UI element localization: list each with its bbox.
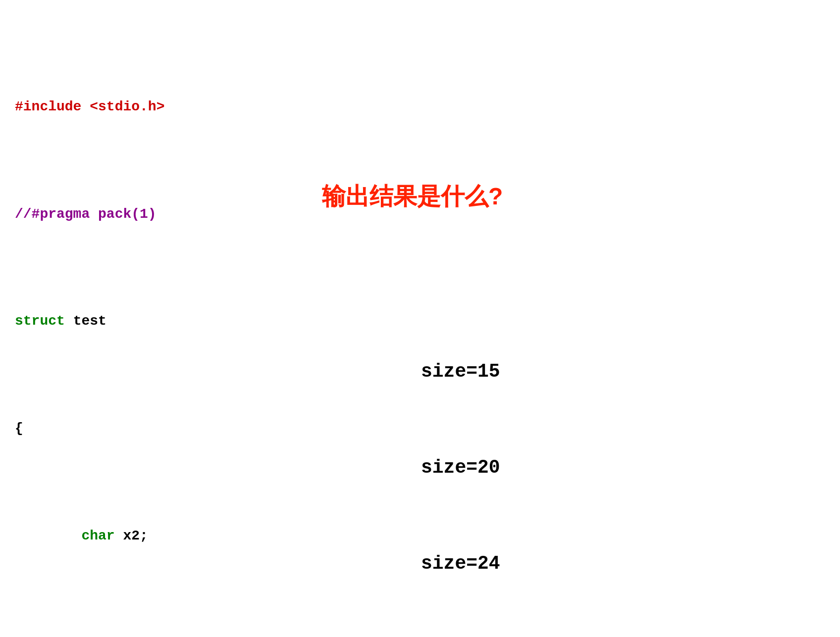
code-line-1: #include <stdio.h>	[15, 96, 825, 117]
size-result-1: size=15	[421, 356, 500, 388]
keyword-struct-1: struct	[15, 313, 65, 329]
size-result-2: size=20	[421, 452, 500, 484]
size-result-3: size=24	[421, 548, 500, 580]
annotation-sizes: size=15 size=20 size=24	[421, 292, 500, 637]
annotation-question: 输出结果是什么?	[322, 178, 503, 215]
code-container: #include <stdio.h> //#pragma pack(1) str…	[15, 10, 825, 637]
code-line-4: {	[15, 418, 825, 439]
code-line-3: struct test	[15, 310, 825, 332]
preprocessor-include: #include <stdio.h>	[15, 99, 164, 114]
comment-pragma: //#pragma pack(1)	[15, 206, 157, 222]
code-line-5: char x2;	[15, 525, 825, 546]
code-line-6: int x1;	[15, 633, 825, 637]
